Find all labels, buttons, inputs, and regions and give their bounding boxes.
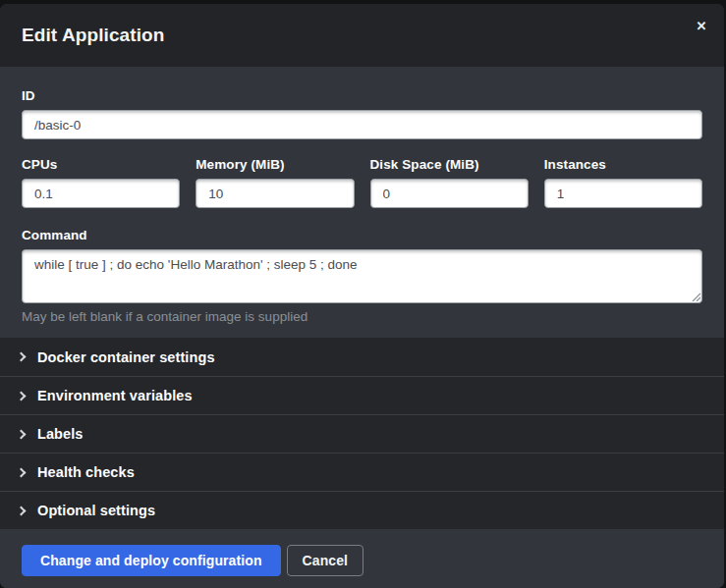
chevron-right-icon: [17, 467, 27, 477]
accordion-sections: Docker container settings Environment va…: [0, 338, 724, 529]
cpus-field-group: CPUs: [22, 157, 180, 208]
instances-input[interactable]: [544, 179, 702, 208]
command-textarea[interactable]: while [ true ] ; do echo 'Hello Marathon…: [22, 249, 702, 303]
disk-field-group: Disk Space (MiB): [370, 157, 529, 208]
cpus-input[interactable]: [22, 179, 180, 208]
disk-label: Disk Space (MiB): [370, 157, 529, 172]
modal-footer: Change and deploy configuration Cancel: [0, 529, 724, 588]
resources-row: CPUs Memory (MiB) Disk Space (MiB) Insta…: [22, 157, 702, 208]
cpus-label: CPUs: [22, 157, 180, 172]
edit-application-modal: Edit Application ✕ ID CPUs Memory (MiB) …: [0, 4, 724, 588]
modal-header: Edit Application ✕: [0, 4, 724, 67]
section-label: Environment variables: [37, 388, 193, 403]
id-input[interactable]: [22, 110, 702, 139]
command-label: Command: [22, 228, 702, 242]
section-optional-settings[interactable]: Optional settings: [0, 491, 724, 529]
cancel-button[interactable]: Cancel: [287, 545, 364, 576]
chevron-right-icon: [17, 391, 27, 401]
deploy-button[interactable]: Change and deploy configuration: [22, 545, 281, 576]
section-health-checks[interactable]: Health checks: [0, 453, 724, 491]
memory-field-group: Memory (MiB): [195, 157, 354, 208]
command-textarea-wrap: while [ true ] ; do echo 'Hello Marathon…: [22, 249, 702, 303]
chevron-right-icon: [17, 506, 27, 515]
section-label: Health checks: [37, 464, 135, 480]
command-field-group: Command while [ true ] ; do echo 'Hello …: [22, 228, 702, 324]
command-help-text: May be left blank if a container image i…: [22, 309, 702, 324]
close-button[interactable]: ✕: [691, 16, 712, 37]
section-docker-container-settings[interactable]: Docker container settings: [0, 338, 724, 376]
modal-body: ID CPUs Memory (MiB) Disk Space (MiB) In…: [0, 67, 724, 338]
resize-handle-icon[interactable]: [691, 292, 700, 301]
section-labels[interactable]: Labels: [0, 414, 724, 453]
chevron-right-icon: [17, 429, 27, 439]
chevron-right-icon: [17, 352, 27, 362]
id-field-group: ID: [22, 88, 702, 139]
instances-field-group: Instances: [544, 157, 702, 208]
section-label: Optional settings: [37, 503, 155, 518]
section-label: Docker container settings: [37, 349, 215, 365]
close-icon: ✕: [697, 19, 707, 33]
section-environment-variables[interactable]: Environment variables: [0, 376, 724, 414]
memory-input[interactable]: [195, 179, 354, 208]
id-label: ID: [22, 88, 702, 103]
disk-input[interactable]: [370, 179, 529, 208]
modal-title: Edit Application: [22, 25, 165, 46]
section-label: Labels: [37, 426, 84, 442]
instances-label: Instances: [544, 157, 702, 172]
memory-label: Memory (MiB): [195, 157, 354, 172]
